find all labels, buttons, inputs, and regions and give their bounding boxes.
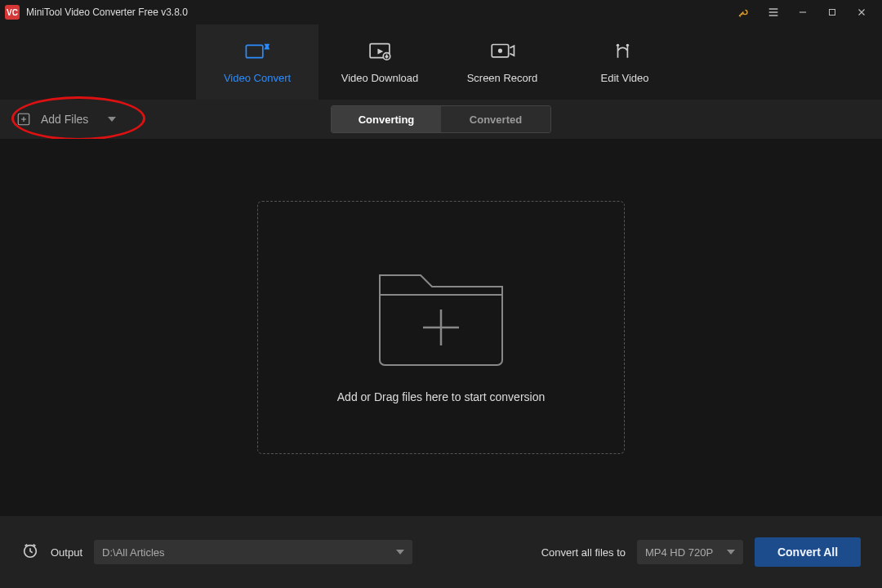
- main-tabs: Video Convert Video Download Screen Reco…: [0, 24, 882, 100]
- dropzone-hint: Add or Drag files here to start conversi…: [337, 390, 545, 403]
- footer: Output D:\All Articles Convert all files…: [0, 516, 882, 588]
- window-controls: [737, 5, 877, 20]
- folder-plus-icon: [372, 252, 510, 371]
- chevron-down-icon: [396, 550, 404, 555]
- svg-rect-1: [246, 45, 262, 57]
- add-files-button[interactable]: Add Files: [16, 112, 116, 127]
- toolbar: Add Files Converting Converted: [0, 100, 882, 139]
- segment-converted[interactable]: Converted: [441, 106, 550, 132]
- svg-rect-0: [830, 10, 835, 16]
- add-files-label: Add Files: [41, 113, 88, 126]
- tab-label: Video Convert: [224, 72, 291, 84]
- app-title: MiniTool Video Converter Free v3.8.0: [26, 7, 737, 18]
- key-icon[interactable]: [737, 5, 751, 20]
- output-label: Output: [51, 546, 82, 559]
- app-icon: VC: [5, 5, 20, 20]
- dropzone[interactable]: Add or Drag files here to start conversi…: [257, 201, 625, 454]
- menu-icon[interactable]: [766, 5, 781, 20]
- maximize-button[interactable]: [825, 5, 840, 20]
- svg-marker-2: [265, 43, 270, 49]
- output-format-value: MP4 HD 720P: [645, 546, 713, 559]
- output-path-select[interactable]: D:\All Articles: [94, 540, 412, 564]
- convert-segment: Converting Converted: [331, 105, 551, 133]
- tab-video-convert[interactable]: Video Convert: [196, 24, 318, 100]
- svg-point-6: [498, 48, 502, 52]
- segment-converting[interactable]: Converting: [332, 106, 441, 132]
- svg-point-8: [626, 43, 629, 46]
- main-area: Add or Drag files here to start conversi…: [0, 139, 882, 516]
- tab-label: Screen Record: [467, 72, 538, 84]
- output-path-value: D:\All Articles: [102, 546, 165, 559]
- convert-all-label: Convert all files to: [541, 546, 626, 559]
- output-format-select[interactable]: MP4 HD 720P: [637, 540, 743, 564]
- chevron-down-icon: [108, 117, 116, 122]
- tab-screen-record[interactable]: Screen Record: [441, 24, 564, 100]
- tab-edit-video[interactable]: Edit Video: [564, 24, 686, 100]
- tab-video-download[interactable]: Video Download: [318, 24, 441, 100]
- tab-label: Video Download: [341, 72, 418, 84]
- minimize-button[interactable]: [795, 5, 810, 20]
- tab-label: Edit Video: [600, 72, 648, 84]
- convert-all-button[interactable]: Convert All: [755, 537, 861, 567]
- chevron-down-icon: [727, 550, 735, 555]
- schedule-icon[interactable]: [21, 541, 39, 563]
- svg-point-7: [617, 43, 619, 46]
- close-button[interactable]: [854, 5, 869, 20]
- titlebar: VC MiniTool Video Converter Free v3.8.0: [0, 0, 882, 24]
